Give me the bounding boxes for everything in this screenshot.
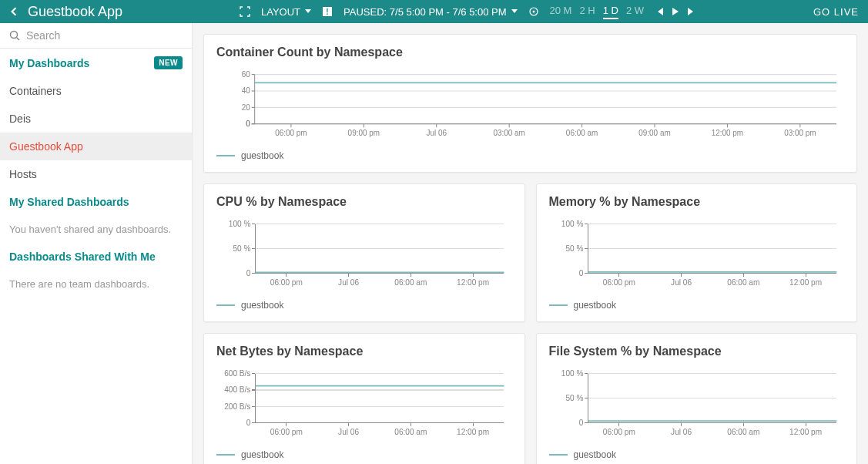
chart-title: CPU % by Namespace [216, 195, 512, 209]
chart-card: File System % by Namespace50 %100 %006:0… [536, 333, 858, 464]
svg-text:12:00 pm: 12:00 pm [457, 277, 489, 287]
svg-text:06:00 am: 06:00 am [394, 277, 427, 287]
playback-controls [655, 7, 696, 16]
svg-text:06:00 pm: 06:00 pm [270, 277, 303, 287]
svg-text:20: 20 [242, 102, 250, 112]
legend-label: guestbook [241, 150, 283, 161]
time-range-20M[interactable]: 20 M [550, 5, 572, 19]
play-icon[interactable] [672, 7, 679, 16]
svg-text:12:00 pm: 12:00 pm [457, 427, 489, 437]
chart-plot: 50 %100 %006:00 pmJul 0606:00 am12:00 pm [549, 369, 845, 439]
svg-text:06:00 am: 06:00 am [566, 128, 598, 138]
skip-forward-icon[interactable] [687, 7, 696, 16]
sidebar: My Dashboards NEW ContainersDeisGuestboo… [0, 23, 193, 464]
time-range-2H[interactable]: 2 H [579, 5, 595, 19]
svg-text:Jul 06: Jul 06 [338, 277, 359, 287]
legend-swatch [216, 454, 235, 456]
svg-text:400 B/s: 400 B/s [224, 385, 250, 395]
svg-text:100 %: 100 % [561, 220, 583, 228]
layout-label: LAYOUT [261, 6, 300, 18]
chart-legend: guestbook [549, 449, 845, 460]
svg-text:06:00 pm: 06:00 pm [270, 427, 303, 437]
paused-label: PAUSED: 7/5 5:00 PM - 7/6 5:00 PM [344, 6, 506, 18]
svg-text:60: 60 [242, 70, 250, 79]
skip-back-icon[interactable] [655, 7, 664, 16]
svg-text:50 %: 50 % [233, 244, 250, 254]
svg-text:09:00 am: 09:00 am [638, 128, 671, 138]
main-content: Container Count by Namespace0204060006:0… [193, 23, 868, 464]
shared-empty-note: You haven't shared any dashboards. [0, 216, 192, 243]
svg-text:03:00 am: 03:00 am [493, 128, 525, 138]
svg-text:50 %: 50 % [565, 393, 583, 403]
sidebar-item-guestbook-app[interactable]: Guestbook App [0, 133, 192, 160]
legend-label: guestbook [574, 449, 616, 460]
fullscreen-icon[interactable] [240, 6, 250, 17]
time-range-1D[interactable]: 1 D [603, 5, 618, 19]
sidebar-item-containers[interactable]: Containers [0, 77, 192, 105]
search-icon [9, 30, 20, 41]
chart-card: Container Count by Namespace0204060006:0… [203, 34, 857, 173]
shared-dashboards-header[interactable]: My Shared Dashboards [0, 188, 192, 216]
svg-text:0: 0 [246, 119, 250, 129]
chart-legend: guestbook [549, 300, 845, 311]
svg-text:Jul 06: Jul 06 [426, 128, 447, 138]
top-header: Guestbook App LAYOUT ! PAUSED: 7/5 5:00 … [0, 0, 868, 23]
svg-text:100 %: 100 % [561, 369, 583, 378]
svg-point-4 [11, 32, 18, 39]
legend-swatch [216, 304, 235, 306]
svg-text:12:00 pm: 12:00 pm [712, 128, 744, 138]
chart-legend: guestbook [216, 300, 512, 311]
svg-text:Jul 06: Jul 06 [338, 427, 359, 437]
alert-icon[interactable]: ! [322, 6, 333, 17]
svg-text:06:00 am: 06:00 am [727, 277, 759, 287]
chart-title: Net Bytes by Namespace [216, 345, 512, 358]
search-row [0, 23, 192, 49]
go-live-button[interactable]: GO LIVE [813, 6, 859, 18]
section-label: My Shared Dashboards [9, 196, 129, 208]
target-icon[interactable] [528, 6, 539, 17]
svg-text:06:00 pm: 06:00 pm [275, 128, 307, 138]
svg-text:100 %: 100 % [229, 220, 251, 228]
legend-label: guestbook [574, 300, 616, 311]
time-range-dropdown[interactable]: PAUSED: 7/5 5:00 PM - 7/6 5:00 PM [344, 6, 517, 18]
legend-label: guestbook [241, 300, 283, 311]
back-chevron-icon[interactable] [9, 7, 18, 16]
legend-label: guestbook [241, 449, 283, 460]
svg-text:0: 0 [578, 418, 583, 428]
page-title: Guestbook App [28, 4, 122, 20]
sidebar-item-deis[interactable]: Deis [0, 105, 192, 133]
chart-legend: guestbook [216, 449, 512, 460]
caret-down-icon [305, 9, 311, 14]
svg-text:03:00 pm: 03:00 pm [784, 128, 816, 138]
legend-swatch [549, 304, 568, 306]
my-dashboards-header[interactable]: My Dashboards NEW [0, 49, 192, 77]
time-range-2W[interactable]: 2 W [626, 5, 644, 19]
svg-point-3 [532, 11, 535, 13]
layout-dropdown[interactable]: LAYOUT [261, 6, 311, 18]
svg-text:0: 0 [246, 268, 251, 278]
svg-text:Jul 06: Jul 06 [671, 427, 692, 437]
new-badge[interactable]: NEW [154, 56, 183, 69]
team-empty-note: There are no team dashboards. [0, 271, 192, 298]
svg-text:200 B/s: 200 B/s [224, 401, 250, 411]
chart-plot: 0204060006:00 pm09:00 pmJul 0603:00 am06… [216, 70, 844, 140]
chart-card: Net Bytes by Namespace200 B/s400 B/s600 … [203, 333, 525, 464]
chart-legend: guestbook [216, 150, 844, 161]
chart-title: Container Count by Namespace [216, 45, 844, 59]
section-label: Dashboards Shared With Me [9, 250, 156, 263]
chart-plot: 200 B/s400 B/s600 B/s006:00 pmJul 0606:0… [216, 369, 512, 439]
svg-text:Jul 06: Jul 06 [671, 277, 692, 287]
time-range-tabs: 20 M2 H1 D2 W [550, 5, 645, 19]
team-dashboards-header[interactable]: Dashboards Shared With Me [0, 243, 192, 271]
chart-plot: 50 %100 %006:00 pmJul 0606:00 am12:00 pm [216, 220, 512, 289]
chart-card: Memory % by Namespace50 %100 %006:00 pmJ… [536, 183, 858, 322]
search-input[interactable] [26, 29, 183, 42]
svg-text:06:00 am: 06:00 am [727, 427, 759, 437]
caret-down-icon [511, 9, 518, 14]
svg-text:09:00 pm: 09:00 pm [348, 128, 380, 138]
sidebar-item-hosts[interactable]: Hosts [0, 160, 192, 188]
svg-text:0: 0 [578, 268, 583, 278]
chart-plot: 50 %100 %006:00 pmJul 0606:00 am12:00 pm [549, 220, 845, 289]
legend-swatch [216, 155, 235, 156]
svg-text:06:00 pm: 06:00 pm [602, 277, 635, 287]
